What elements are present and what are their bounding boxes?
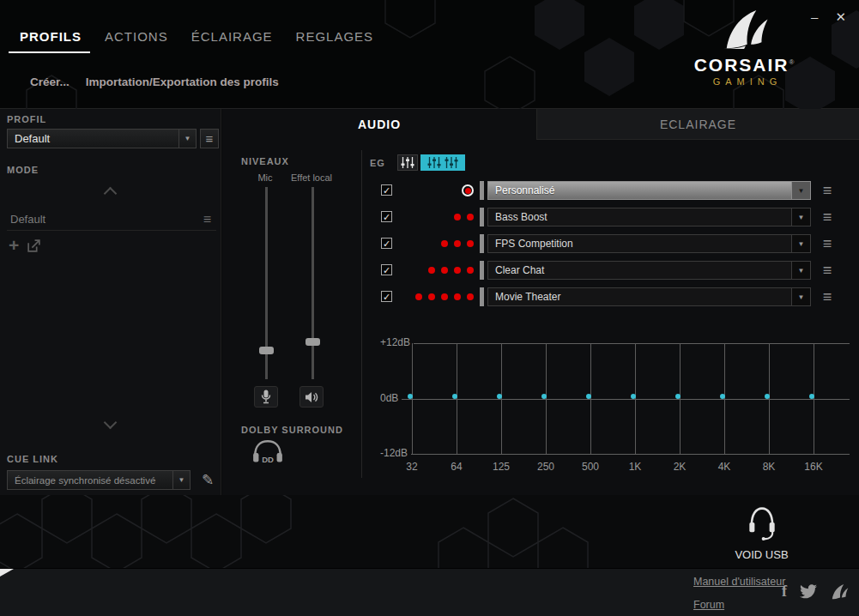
eq-band-line xyxy=(635,343,636,454)
eq-preset-checkbox[interactable]: ✓ xyxy=(381,238,392,249)
eq-band-handle[interactable] xyxy=(452,394,457,399)
microphone-icon xyxy=(260,390,272,405)
intensity-dot xyxy=(441,240,448,247)
eq-preset-select[interactable]: Clear Chat▼ xyxy=(487,261,811,280)
scroll-up-icon[interactable] xyxy=(104,187,118,201)
eq-gridline xyxy=(384,343,850,344)
eq-band-handle[interactable] xyxy=(541,394,547,399)
eq-preset-checkbox[interactable]: ✓ xyxy=(381,184,392,196)
eq-band-handle[interactable] xyxy=(497,394,502,399)
add-mode-button[interactable]: + xyxy=(9,238,19,253)
eq-band-handle[interactable] xyxy=(765,394,770,399)
device-card[interactable]: VOID USB xyxy=(725,503,798,561)
eq-preset-select[interactable]: Bass Boost▼ xyxy=(487,208,811,226)
cue-link-select[interactable]: Éclairage synchronisé désactivé ▼ xyxy=(7,470,191,490)
eq-band-handle[interactable] xyxy=(720,394,725,399)
close-button[interactable]: ✕ xyxy=(835,9,846,25)
intensity-dot xyxy=(467,293,474,300)
eq-preset-select[interactable]: FPS Competition▼ xyxy=(487,234,811,253)
tab-reglages[interactable]: REGLAGES xyxy=(296,29,374,44)
selected-preset-ring xyxy=(462,184,474,196)
mic-slider-handle[interactable] xyxy=(259,347,274,354)
chevron-down-icon: ▼ xyxy=(172,471,190,489)
eq-freq-label: 500 xyxy=(573,461,608,473)
preset-grip[interactable] xyxy=(480,181,484,200)
import-export-profiles-button[interactable]: Importation/Exportation des profils xyxy=(86,75,279,88)
eq-band-handle[interactable] xyxy=(675,394,681,399)
eq-preset-checkbox[interactable]: ✓ xyxy=(381,264,392,275)
dolby-headphones-button[interactable]: DD xyxy=(251,438,284,469)
brand-tagline: GAMING xyxy=(692,76,798,87)
sidetone-slider-handle[interactable] xyxy=(305,338,320,346)
preset-menu-icon[interactable]: ≡ xyxy=(818,208,837,226)
profile-select[interactable]: Default ▼ xyxy=(7,129,197,148)
mode-menu-icon[interactable]: ≡ xyxy=(203,212,216,227)
profil-label: PROFIL xyxy=(7,114,46,124)
tab-audio[interactable]: AUDIO xyxy=(222,109,536,140)
edit-pencil-icon[interactable]: ✎ xyxy=(202,471,214,489)
eq-intensity-dots xyxy=(398,261,474,280)
eq-band-handle[interactable] xyxy=(408,394,413,399)
eq-band-handle[interactable] xyxy=(809,394,814,399)
eq-multi-view-button[interactable] xyxy=(420,154,465,171)
eq-preset-name: Bass Boost xyxy=(488,211,791,223)
eq-graph: +12dB0dB-12dB32641252505001K2K4K8K16K xyxy=(380,334,859,480)
cue-window: PROFILS ACTIONS ÉCLAIRAGE REGLAGES Créer… xyxy=(0,0,859,616)
eq-single-view-button[interactable] xyxy=(397,154,418,171)
tab-actions[interactable]: ACTIONS xyxy=(105,29,168,44)
minimize-button[interactable]: – xyxy=(811,9,818,25)
eq-band-handle[interactable] xyxy=(631,394,636,399)
preset-menu-icon[interactable]: ≡ xyxy=(818,181,837,200)
forum-link[interactable]: Forum xyxy=(693,599,724,611)
eq-sliders-dark-icon xyxy=(427,157,441,168)
brand-name: CORSAIR® xyxy=(692,55,798,75)
create-profile-button[interactable]: Créer... xyxy=(30,75,70,88)
preset-menu-icon[interactable]: ≡ xyxy=(818,261,837,280)
preset-menu-icon[interactable]: ≡ xyxy=(818,234,837,253)
intensity-dot xyxy=(415,293,422,300)
headset-icon xyxy=(746,503,778,542)
eq-preset-checkbox[interactable]: ✓ xyxy=(381,291,392,302)
preset-grip[interactable] xyxy=(480,234,484,253)
window-controls: – ✕ xyxy=(811,9,846,25)
eq-preset-row: ✓Bass Boost▼≡ xyxy=(222,208,859,226)
intensity-dot xyxy=(454,293,461,300)
chevron-down-icon: ▼ xyxy=(791,182,810,199)
tab-eclairage[interactable]: ÉCLAIRAGE xyxy=(191,29,273,44)
twitter-icon[interactable] xyxy=(800,584,817,599)
mode-list-item[interactable]: Default ≡ xyxy=(7,208,216,231)
scroll-down-icon[interactable] xyxy=(104,416,118,430)
eq-intensity-dots xyxy=(398,181,474,200)
preset-grip[interactable] xyxy=(480,261,484,280)
eq-preset-checkbox[interactable]: ✓ xyxy=(381,211,392,222)
eq-preset-name: Clear Chat xyxy=(488,264,791,276)
tab-eclairage-panel[interactable]: ECLAIRAGE xyxy=(536,109,859,140)
user-manual-link[interactable]: Manuel d'utilisateur xyxy=(693,576,785,588)
eq-freq-label: 16K xyxy=(796,461,831,473)
eq-preset-row: ✓Movie Theater▼≡ xyxy=(222,287,859,306)
eq-preset-row: ✓Personnalisé▼≡ xyxy=(222,181,859,200)
profile-menu-button[interactable]: ≡ xyxy=(200,129,219,148)
preset-menu-icon[interactable]: ≡ xyxy=(818,287,837,306)
sidetone-mute-button[interactable] xyxy=(299,386,324,408)
preset-grip[interactable] xyxy=(480,287,484,306)
import-mode-icon[interactable] xyxy=(27,239,41,253)
footer: Manuel d'utilisateur Forum f xyxy=(0,568,859,616)
eq-freq-label: 125 xyxy=(484,461,518,473)
eq-intensity-dots xyxy=(398,208,474,226)
facebook-icon[interactable]: f xyxy=(782,583,787,601)
preset-grip[interactable] xyxy=(480,208,484,226)
eq-band-line xyxy=(590,343,591,454)
eq-preset-select[interactable]: Personnalisé▼ xyxy=(487,181,811,200)
intensity-dot xyxy=(467,267,474,274)
tab-profils[interactable]: PROFILS xyxy=(20,29,82,44)
eq-band-handle[interactable] xyxy=(586,394,591,399)
profile-select-value: Default xyxy=(8,132,178,145)
intensity-dot xyxy=(454,214,461,220)
mic-mute-button[interactable] xyxy=(254,386,278,408)
intensity-dot xyxy=(441,293,448,300)
eq-freq-label: 4K xyxy=(707,461,741,473)
corsair-icon[interactable] xyxy=(830,584,849,600)
eq-preset-select[interactable]: Movie Theater▼ xyxy=(487,287,811,306)
intensity-dot xyxy=(454,240,461,247)
